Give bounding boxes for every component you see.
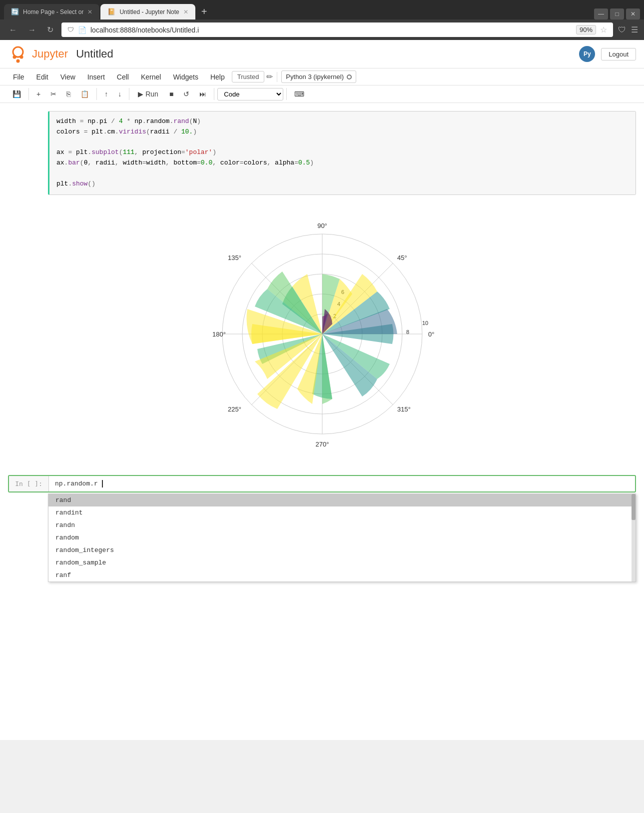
zoom-badge[interactable]: 90%	[576, 25, 596, 34]
menu-edit[interactable]: Edit	[31, 71, 53, 83]
input-code-area[interactable]: np.random.r	[49, 476, 635, 492]
jupyter-header: Jupyter Untitled Py Logout	[0, 40, 644, 68]
svg-text:10: 10	[422, 320, 428, 326]
sep2	[96, 88, 97, 100]
back-button[interactable]: ←	[6, 24, 20, 36]
menu-widgets[interactable]: Widgets	[168, 71, 203, 83]
code-area[interactable]: width = np.pi / 4 * np.random.rand(N) co…	[49, 112, 636, 194]
code-line-3: ax = plt.subplot(111, projection='polar'…	[56, 148, 629, 158]
forward-button[interactable]: →	[25, 24, 39, 36]
autocomplete-item-random[interactable]: random	[48, 532, 636, 544]
copy-button[interactable]: ⎘	[62, 88, 75, 100]
svg-point-2	[20, 56, 23, 59]
kernel-info: Python 3 (ipykernel)	[281, 70, 356, 83]
run-button[interactable]: ▶ Run	[132, 88, 164, 100]
cell-prompt	[8, 111, 48, 195]
paste-button[interactable]: 📋	[76, 88, 93, 100]
autocomplete-item-rand[interactable]: rand	[48, 494, 636, 506]
stop-button[interactable]: ■	[165, 88, 178, 100]
move-up-button[interactable]: ↑	[100, 88, 112, 100]
kernel-status-dot	[347, 74, 352, 80]
address-bar: ← → ↻ 🛡 📄 localhost:8888/notebooks/Untit…	[0, 20, 644, 40]
separator	[277, 72, 277, 82]
tab-home[interactable]: 🔄 Home Page - Select or ✕	[4, 4, 99, 20]
minimize-button[interactable]: —	[594, 8, 608, 20]
code-line-2: colors = plt.cm.viridis(radii / 10.)	[56, 127, 629, 138]
edit-icon[interactable]: ✏	[266, 72, 273, 82]
input-code-text: np.random.r	[55, 480, 98, 488]
cut-button[interactable]: ✂	[46, 88, 61, 100]
autocomplete-scrollbar[interactable]	[632, 494, 636, 582]
notebook-area: width = np.pi / 4 * np.random.rand(N) co…	[0, 103, 644, 590]
cell-content[interactable]: width = np.pi / 4 * np.random.rand(N) co…	[48, 111, 636, 195]
cell-type-select[interactable]: Code Markdown Raw NBConvert Heading	[217, 88, 283, 100]
menu-file[interactable]: File	[8, 71, 29, 83]
autocomplete-scroll-thumb	[632, 494, 636, 520]
trusted-button[interactable]: Trusted	[232, 71, 265, 82]
jupyter-logo-svg	[8, 44, 28, 64]
svg-text:8: 8	[406, 329, 409, 335]
notebook-title[interactable]: Untitled	[76, 48, 113, 60]
tab-notebook-label: Untitled - Jupyter Note	[119, 8, 179, 16]
autocomplete-dropdown: rand randint randn random random_integer…	[48, 494, 636, 582]
move-down-button[interactable]: ↓	[113, 88, 126, 100]
new-tab-button[interactable]: +	[196, 4, 212, 20]
address-input-box[interactable]: 🛡 📄 localhost:8888/notebooks/Untitled.i …	[61, 22, 613, 37]
svg-text:135°: 135°	[228, 254, 241, 262]
cursor	[98, 480, 103, 488]
restart-run-button[interactable]: ⏭	[195, 88, 211, 100]
autocomplete-item-randint[interactable]: randint	[48, 506, 636, 519]
svg-text:225°: 225°	[228, 406, 241, 413]
browser-menu-button[interactable]: ☰	[631, 25, 638, 34]
code-cell: width = np.pi / 4 * np.random.rand(N) co…	[8, 111, 636, 195]
logout-button[interactable]: Logout	[601, 48, 636, 60]
restart-button[interactable]: ↺	[179, 88, 194, 100]
sep3	[129, 88, 129, 100]
autocomplete-item-random-sample[interactable]: random_sample	[48, 556, 636, 569]
tab-home-label: Home Page - Select or	[23, 8, 83, 16]
toolbar: 💾 + ✂ ⎘ 📋 ↑ ↓ ▶ Run ■ ↺ ⏭ Code Markdown …	[0, 86, 644, 103]
url-text: localhost:8888/notebooks/Untitled.i	[90, 26, 572, 34]
menu-bar: File Edit View Insert Cell Kernel Widget…	[0, 68, 644, 86]
menu-help[interactable]: Help	[205, 71, 230, 83]
svg-text:90°: 90°	[317, 222, 327, 230]
svg-point-3	[16, 60, 20, 63]
kernel-label: Python 3 (ipykernel)	[286, 73, 344, 80]
add-cell-button[interactable]: +	[32, 88, 45, 100]
jupyter-wordmark: Jupyter	[32, 48, 68, 60]
code-line-1: width = np.pi / 4 * np.random.rand(N)	[56, 116, 629, 127]
menu-kernel[interactable]: Kernel	[136, 71, 166, 83]
page-icon: 📄	[78, 26, 86, 34]
menu-insert[interactable]: Insert	[82, 71, 110, 83]
reload-button[interactable]: ↻	[44, 24, 56, 36]
autocomplete-item-randn[interactable]: randn	[48, 519, 636, 532]
sep1	[28, 88, 29, 100]
code-line-blank-1	[56, 138, 629, 148]
shield-button[interactable]: 🛡	[618, 26, 626, 34]
maximize-button[interactable]: □	[610, 8, 624, 20]
tab-bar: 🔄 Home Page - Select or ✕ 📔 Untitled - J…	[0, 0, 644, 20]
tab-notebook[interactable]: 📔 Untitled - Jupyter Note ✕	[100, 4, 195, 20]
sep5	[286, 88, 287, 100]
svg-point-1	[13, 56, 16, 59]
menu-cell[interactable]: Cell	[112, 71, 134, 83]
jupyter-logo: Jupyter	[8, 44, 68, 64]
keyboard-shortcuts-button[interactable]: ⌨	[290, 88, 309, 100]
run-icon: ▶	[138, 90, 143, 98]
menu-view[interactable]: View	[55, 71, 80, 83]
autocomplete-item-ranf[interactable]: ranf	[48, 569, 636, 582]
tab-notebook-icon: 📔	[107, 8, 115, 16]
autocomplete-item-random-integers[interactable]: random_integers	[48, 544, 636, 556]
jupyter-app: Jupyter Untitled Py Logout File Edit Vie…	[0, 40, 644, 740]
close-button[interactable]: ✕	[626, 8, 640, 20]
svg-text:45°: 45°	[397, 254, 407, 262]
input-cell[interactable]: In [ ]: np.random.r	[8, 475, 636, 492]
tab-home-close[interactable]: ✕	[87, 8, 92, 16]
input-cell-wrapper: In [ ]: np.random.r rand randint randn r…	[8, 475, 636, 582]
bookmark-button[interactable]: ☆	[600, 25, 607, 34]
sep4	[214, 88, 214, 100]
code-line-5: plt.show()	[56, 179, 629, 190]
tab-notebook-close[interactable]: ✕	[183, 8, 188, 16]
tab-home-icon: 🔄	[11, 8, 19, 16]
save-button[interactable]: 💾	[8, 88, 25, 100]
